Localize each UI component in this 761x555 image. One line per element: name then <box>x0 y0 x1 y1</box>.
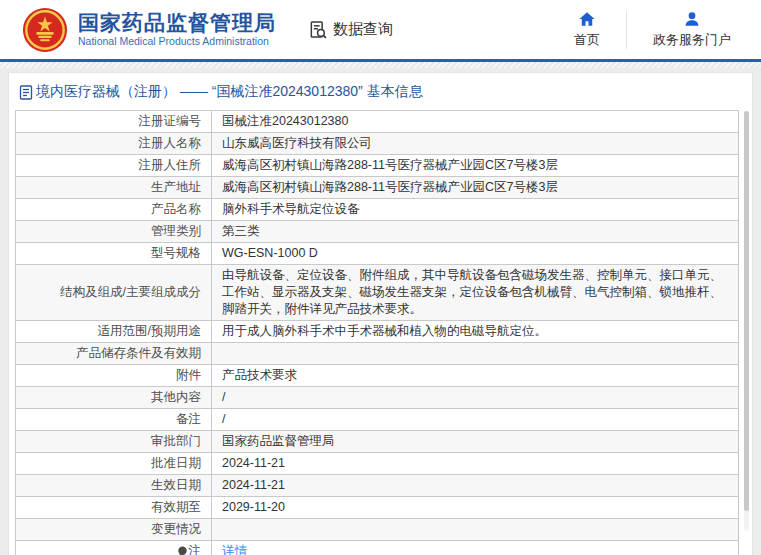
row-value: 由导航设备、定位设备、附件组成，其中导航设备包含磁场发生器、控制单元、接口单元、… <box>212 265 739 321</box>
content-panel: 境内医疗器械（注册） —— “国械注准20243012380” 基本信息 注册证… <box>8 72 753 555</box>
row-label-text: 其他内容 <box>151 390 201 404</box>
row-label: 注册证编号 <box>16 111 212 133</box>
table-row: 变更情况 <box>16 519 739 541</box>
row-label-text: 产品储存条件及有效期 <box>76 346 201 360</box>
scrollbar-thumb[interactable] <box>744 111 749 511</box>
data-query-nav[interactable]: 数据查询 <box>308 20 393 40</box>
row-value-text: 山东威高医疗科技有限公司 <box>222 136 372 150</box>
row-label: 有效期至 <box>16 497 212 519</box>
table-row: 其他内容/ <box>16 387 739 409</box>
site-title: 国家药品监督管理局 <box>78 11 276 35</box>
nmpa-logo: 国家药品监督管理局 National Medical Products Admi… <box>22 7 276 53</box>
row-value-text: 威海高区初村镇山海路288-11号医疗器械产业园C区7号楼3层 <box>222 180 558 194</box>
row-value: 2024-11-21 <box>212 453 739 475</box>
row-value: 国家药品监督管理局 <box>212 431 739 453</box>
row-label: 生产地址 <box>16 177 212 199</box>
row-label: 适用范围/预期用途 <box>16 321 212 343</box>
row-label-text: 注册证编号 <box>139 114 202 128</box>
row-value-text: 用于成人脑外科手术中手术器械和植入物的电磁导航定位。 <box>222 324 547 338</box>
row-value: 详情 <box>212 541 739 555</box>
table-row: 注详情 <box>16 541 739 555</box>
registration-info-table: 注册证编号国械注准20243012380注册人名称山东威高医疗科技有限公司注册人… <box>15 110 739 555</box>
row-value: 威海高区初村镇山海路288-11号医疗器械产业园C区7号楼3层 <box>212 177 739 199</box>
row-label: 注册人名称 <box>16 133 212 155</box>
row-label: 变更情况 <box>16 519 212 541</box>
row-label-text: 结构及组成/主要组成成分 <box>60 285 201 299</box>
table-row: 产品储存条件及有效期 <box>16 343 739 365</box>
row-label-text: 有效期至 <box>151 500 201 514</box>
row-value-text: 威海高区初村镇山海路288-11号医疗器械产业园C区7号楼3层 <box>222 158 558 172</box>
info-table-body: 注册证编号国械注准20243012380注册人名称山东威高医疗科技有限公司注册人… <box>16 111 739 555</box>
nav-home[interactable]: 首页 <box>570 10 604 49</box>
table-row: 结构及组成/主要组成成分由导航设备、定位设备、附件组成，其中导航设备包含磁场发生… <box>16 265 739 321</box>
row-value: 威海高区初村镇山海路288-11号医疗器械产业园C区7号楼3层 <box>212 155 739 177</box>
row-label-text: 生产地址 <box>151 180 201 194</box>
nav-divider <box>626 11 627 49</box>
row-value-text: 产品技术要求 <box>222 368 297 382</box>
row-label: 结构及组成/主要组成成分 <box>16 265 212 321</box>
row-value: 山东威高医疗科技有限公司 <box>212 133 739 155</box>
row-label-text: 附件 <box>176 368 201 382</box>
row-label: 注 <box>16 541 212 555</box>
row-value-text: WG-ESN-1000 D <box>222 246 318 260</box>
row-value: 2024-11-21 <box>212 475 739 497</box>
table-row: 适用范围/预期用途用于成人脑外科手术中手术器械和植入物的电磁导航定位。 <box>16 321 739 343</box>
table-row: 批准日期2024-11-21 <box>16 453 739 475</box>
table-row: 审批部门国家药品监督管理局 <box>16 431 739 453</box>
row-label: 生效日期 <box>16 475 212 497</box>
row-label-text: 适用范围/预期用途 <box>98 324 201 338</box>
breadcrumb-text: 境内医疗器械（注册） —— “国械注准20243012380” 基本信息 <box>36 83 423 101</box>
row-value <box>212 519 739 541</box>
row-label: 注册人住所 <box>16 155 212 177</box>
table-row: 注册人名称山东威高医疗科技有限公司 <box>16 133 739 155</box>
row-label-text: 管理类别 <box>151 224 201 238</box>
row-label-text: 审批部门 <box>151 434 201 448</box>
row-value-text: 第三类 <box>222 224 260 238</box>
row-value-text: / <box>222 390 225 404</box>
table-row: 有效期至2029-11-20 <box>16 497 739 519</box>
row-label: 审批部门 <box>16 431 212 453</box>
row-value: 用于成人脑外科手术中手术器械和植入物的电磁导航定位。 <box>212 321 739 343</box>
data-query-label: 数据查询 <box>333 20 393 39</box>
table-row: 型号规格WG-ESN-1000 D <box>16 243 739 265</box>
row-value: 脑外科手术导航定位设备 <box>212 199 739 221</box>
row-value-text: 由导航设备、定位设备、附件组成，其中导航设备包含磁场发生器、控制单元、接口单元、… <box>222 268 722 316</box>
nav-portal[interactable]: 政务服务门户 <box>649 10 735 49</box>
breadcrumb: 境内医疗器械（注册） —— “国械注准20243012380” 基本信息 <box>9 73 752 110</box>
row-value-text: 2024-11-21 <box>222 478 285 492</box>
vertical-scrollbar[interactable] <box>744 111 749 531</box>
header-nav: 首页 政务服务门户 <box>570 10 735 49</box>
row-label: 产品储存条件及有效期 <box>16 343 212 365</box>
row-label-text: 产品名称 <box>151 202 201 216</box>
row-value: / <box>212 409 739 431</box>
row-label-text: 备注 <box>176 412 201 426</box>
note-icon <box>177 546 188 555</box>
row-label-text: 注 <box>189 544 202 555</box>
nav-portal-label: 政务服务门户 <box>653 31 731 49</box>
detail-link[interactable]: 详情 <box>222 544 247 555</box>
row-value-text: 2024-11-21 <box>222 456 285 470</box>
row-label: 产品名称 <box>16 199 212 221</box>
row-value-text: 2029-11-20 <box>222 500 285 514</box>
row-value-text: / <box>222 412 225 426</box>
table-row: 注册证编号国械注准20243012380 <box>16 111 739 133</box>
row-label: 备注 <box>16 409 212 431</box>
logo-text: 国家药品监督管理局 National Medical Products Admi… <box>78 11 276 48</box>
row-value: WG-ESN-1000 D <box>212 243 739 265</box>
row-value: 国械注准20243012380 <box>212 111 739 133</box>
home-icon <box>578 10 596 28</box>
table-row: 生效日期2024-11-21 <box>16 475 739 497</box>
table-row: 备注/ <box>16 409 739 431</box>
page-icon <box>19 85 33 100</box>
row-value-text: 国家药品监督管理局 <box>222 434 335 448</box>
row-label: 型号规格 <box>16 243 212 265</box>
row-label-text: 变更情况 <box>151 522 201 536</box>
row-value: / <box>212 387 739 409</box>
national-emblem-icon <box>22 7 68 53</box>
row-label-text: 批准日期 <box>151 456 201 470</box>
user-icon <box>683 10 701 28</box>
row-value: 产品技术要求 <box>212 365 739 387</box>
row-label: 附件 <box>16 365 212 387</box>
nav-home-label: 首页 <box>574 31 600 49</box>
row-label-text: 注册人名称 <box>139 136 202 150</box>
